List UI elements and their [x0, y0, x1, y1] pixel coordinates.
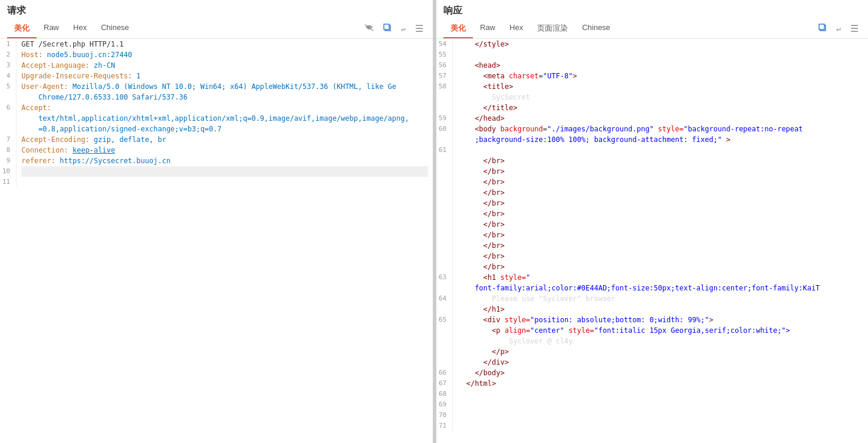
req-line-5b: Chrome/127.0.6533.100 Safari/537.36	[21, 92, 428, 103]
req-line-8: Connection: keep-alive	[21, 145, 428, 156]
req-line-4: Upgrade-Insecure-Requests: 1	[21, 71, 428, 81]
req-line-6c: =0.8,application/signed-exchange;v=b3;q=…	[21, 124, 428, 134]
copy-icon[interactable]	[381, 22, 394, 35]
res-line-68	[458, 389, 863, 399]
res-line-63a: <h1 style="	[458, 272, 863, 283]
req-line-7: Accept-Encoding: gzip, deflate, br	[21, 134, 428, 145]
newline-icon[interactable]: ↵	[399, 23, 408, 34]
request-tabs: 美化 Raw Hex Chinese	[7, 21, 136, 38]
res-line-65b: <p align="center" style="font:italic 15p…	[458, 325, 863, 336]
res-line-61e: </br>	[458, 187, 863, 198]
res-line-67: </html>	[458, 378, 863, 389]
res-line-57: <meta charset="UTF-8">	[458, 71, 863, 81]
request-header: 请求 美化 Raw Hex Chinese ↵ ☰	[0, 0, 433, 39]
res-line-70	[458, 410, 863, 421]
req-line-9: referer: https://Sycsecret.buuoj.cn	[21, 156, 428, 166]
res-line-61h: </br>	[458, 219, 863, 230]
tab-render-res[interactable]: 页面渲染	[530, 21, 575, 38]
res-line-61b: </br>	[458, 156, 863, 166]
res-line-69	[458, 399, 863, 410]
tab-hex-req[interactable]: Hex	[66, 21, 94, 38]
res-line-65a: <div style="position: absolute;bottom: 0…	[458, 315, 863, 325]
res-line-61i: </br>	[458, 230, 863, 240]
res-line-54: </style>	[458, 39, 863, 49]
svg-rect-4	[819, 24, 824, 29]
response-content: 54 55 56 57 58 59 60 61	[436, 39, 868, 443]
tab-raw-res[interactable]: Raw	[473, 21, 502, 38]
res-line-65d: </p>	[458, 346, 863, 357]
request-title: 请求	[7, 5, 426, 21]
response-header: 响应 美化 Raw Hex 页面渲染 Chinese ↵ ☰	[436, 0, 868, 39]
tab-chinese-req[interactable]: Chinese	[94, 21, 136, 38]
res-line-65c: Syclover @ cl4y	[458, 336, 863, 346]
res-line-60a: <body background="./images/background.pn…	[458, 124, 863, 134]
res-line-58b: SycSecret	[458, 92, 863, 103]
tab-chinese-res[interactable]: Chinese	[575, 21, 617, 38]
request-toolbar: ↵ ☰	[362, 22, 426, 38]
res-line-58a: <title>	[458, 81, 863, 92]
req-line-1: GET /Secret.php HTTP/1.1	[21, 39, 428, 49]
req-line-6b: text/html,application/xhtml+xml,applicat…	[21, 113, 428, 124]
response-panel: 响应 美化 Raw Hex 页面渲染 Chinese ↵ ☰	[436, 0, 868, 443]
tab-hex-res[interactable]: Hex	[502, 21, 530, 38]
tab-raw-req[interactable]: Raw	[37, 21, 66, 38]
res-line-66: </body>	[458, 368, 863, 378]
req-line-5a: User-Agent: Mozilla/5.0 (Windows NT 10.0…	[21, 81, 428, 92]
copy-icon-res[interactable]	[816, 22, 829, 35]
eye-off-icon[interactable]	[362, 22, 376, 34]
res-line-59: </head>	[458, 113, 863, 124]
newline-icon-res[interactable]: ↵	[834, 23, 843, 34]
response-line-numbers: 54 55 56 57 58 59 60 61	[436, 39, 453, 431]
request-content: 1 2 3 4 5 6 7 8 9 10 11 GET /Secret.php	[0, 39, 433, 443]
res-line-61f: </br>	[458, 198, 863, 209]
request-code: GET /Secret.php HTTP/1.1 Host: node5.buu…	[17, 39, 433, 187]
request-panel: 请求 美化 Raw Hex Chinese ↵ ☰	[0, 0, 433, 443]
res-line-71	[458, 421, 863, 431]
request-line-numbers: 1 2 3 4 5 6 7 8 9 10 11	[0, 39, 17, 187]
menu-icon[interactable]: ☰	[413, 22, 426, 35]
req-line-6a: Accept:	[21, 103, 428, 113]
res-line-61d: </br>	[458, 177, 863, 187]
menu-icon-res[interactable]: ☰	[848, 22, 861, 35]
res-line-63b: font-family:arial;color:#0E44AD;font-siz…	[458, 283, 863, 293]
res-line-61c: </br>	[458, 166, 863, 177]
res-line-65e: </div>	[458, 357, 863, 368]
res-line-60b: ;background-size:100% 100%; background-a…	[458, 134, 863, 145]
response-tabs: 美化 Raw Hex 页面渲染 Chinese	[443, 21, 617, 38]
response-title: 响应	[443, 5, 861, 21]
res-line-61g: </br>	[458, 209, 863, 219]
tab-beautify-req[interactable]: 美化	[7, 21, 37, 38]
res-line-64b: </h1>	[458, 304, 863, 315]
svg-rect-2	[384, 24, 389, 29]
res-line-55	[458, 49, 863, 60]
res-line-61j: </br>	[458, 240, 863, 251]
req-line-10	[21, 166, 428, 177]
res-line-61a	[458, 145, 863, 156]
res-line-56: <head>	[458, 60, 863, 71]
tab-beautify-res[interactable]: 美化	[443, 21, 473, 38]
req-line-3: Accept-Language: zh-CN	[21, 60, 428, 71]
response-code: </style> <head> <meta charset="UTF-8"> <…	[453, 39, 868, 431]
res-line-61l: </br>	[458, 262, 863, 272]
response-toolbar: ↵ ☰	[816, 22, 861, 38]
res-line-61k: </br>	[458, 251, 863, 262]
req-line-11	[21, 177, 428, 187]
req-line-2: Host: node5.buuoj.cn:27440	[21, 49, 428, 60]
res-line-64a: Please use "Syclover" browser	[458, 293, 863, 304]
res-line-58c: </title>	[458, 103, 863, 113]
